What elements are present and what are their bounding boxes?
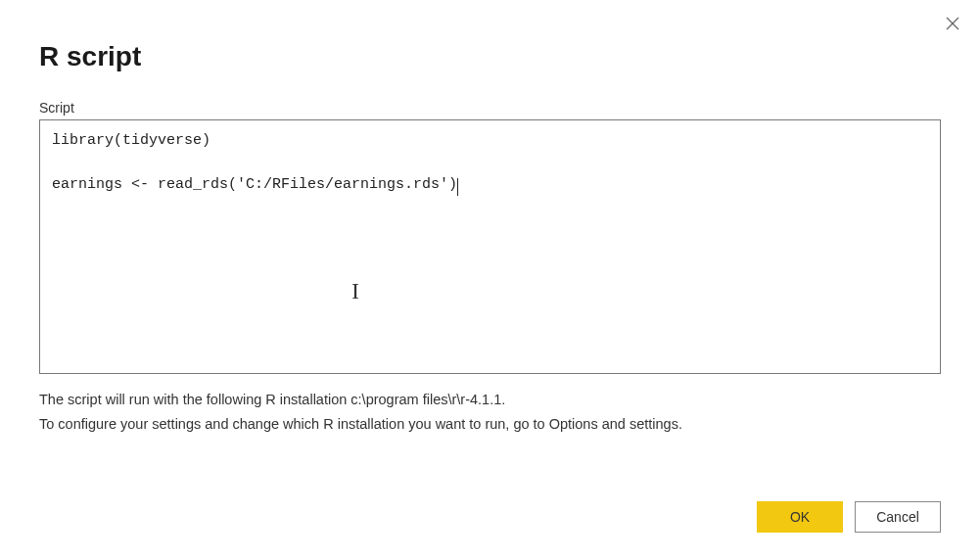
close-icon <box>945 16 960 31</box>
ibeam-cursor-icon: I <box>351 273 359 308</box>
script-content: library(tidyverse) earnings <- read_rds(… <box>52 132 457 193</box>
cancel-button[interactable]: Cancel <box>855 501 941 533</box>
script-label: Script <box>39 100 941 116</box>
info-text: The script will run with the following R… <box>39 388 941 436</box>
close-button[interactable] <box>941 12 964 35</box>
dialog-title: R script <box>39 41 941 72</box>
text-caret <box>457 178 458 196</box>
button-row: OK Cancel <box>757 501 941 533</box>
r-script-dialog: R script Script library(tidyverse) earni… <box>0 0 980 560</box>
ok-button[interactable]: OK <box>757 501 843 533</box>
script-input[interactable]: library(tidyverse) earnings <- read_rds(… <box>39 119 941 374</box>
info-line-2: To configure your settings and change wh… <box>39 412 941 437</box>
info-line-1: The script will run with the following R… <box>39 388 941 412</box>
